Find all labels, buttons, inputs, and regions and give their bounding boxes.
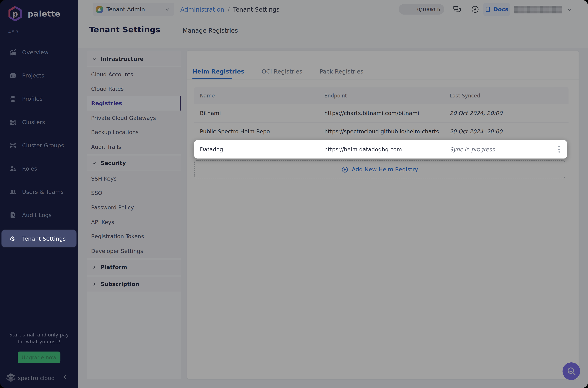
tab-pack-registries[interactable]: Pack Registries: [320, 68, 363, 75]
sidebar-item-profiles[interactable]: Profiles: [0, 91, 78, 107]
nav-item-cloud-accounts[interactable]: Cloud Accounts: [87, 67, 181, 82]
sidebar-item-label: Overview: [22, 49, 49, 56]
nav-item-ssh-keys[interactable]: SSH Keys: [87, 171, 181, 186]
title-divider: [173, 25, 173, 37]
nav-item-label: Audit Trails: [91, 144, 121, 150]
section-security[interactable]: Security: [87, 156, 181, 170]
sidebar-item-label: Audit Logs: [22, 212, 52, 218]
breadcrumb-administration-link[interactable]: Administration: [180, 6, 224, 13]
table-row-public-spectro: Public Spectro Helm Repo https://spectro…: [194, 122, 569, 141]
row-actions-kebab-icon[interactable]: [556, 145, 562, 154]
registry-last-synced: 20 Oct 2024, 20:00: [450, 110, 502, 116]
promo-line-2: for what you use!: [0, 339, 78, 344]
settings-nav-panel: Infrastructure Cloud Accounts Cloud Rate…: [87, 51, 181, 379]
table-header: Name Endpoint Last Synced: [194, 87, 569, 104]
app-version: 4.5.3: [8, 30, 18, 34]
registry-name: Bitnami: [200, 110, 221, 116]
sidebar-collapse-chevron-icon[interactable]: [62, 374, 68, 380]
nav-item-registration-tokens[interactable]: Registration Tokens: [87, 229, 181, 244]
compass-icon[interactable]: [471, 5, 480, 14]
sidebar-item-label: Profiles: [22, 96, 43, 102]
screen: p palette 4.5.3 Overview Projects: [0, 0, 588, 388]
nav-item-label: SSO: [91, 190, 102, 196]
sidebar-item-label: Projects: [22, 73, 44, 79]
footer-brand-secondary: cloud: [40, 375, 55, 381]
nav-item-developer-settings[interactable]: Developer Settings: [87, 244, 181, 258]
users-icon: [9, 188, 17, 195]
nav-item-backup-locations[interactable]: Backup Locations: [87, 125, 181, 140]
registry-tabs: Helm Registries OCI Registries Pack Regi…: [192, 64, 363, 79]
add-new-helm-registry-label: Add New Helm Registry: [352, 166, 418, 173]
upgrade-now-button[interactable]: Upgrade now: [18, 352, 60, 363]
nav-item-registries[interactable]: Registries: [87, 96, 181, 111]
bar-chart-icon: [9, 72, 17, 79]
search-fab-button[interactable]: [562, 363, 580, 380]
section-subscription[interactable]: Subscription: [87, 277, 181, 292]
section-infrastructure[interactable]: Infrastructure: [87, 51, 181, 66]
project-selector-label: Tenant Admin: [106, 6, 145, 13]
section-label: Subscription: [101, 281, 139, 287]
section-platform[interactable]: Platform: [87, 260, 181, 275]
add-new-helm-registry-button[interactable]: Add New Helm Registry: [194, 160, 565, 178]
project-selector[interactable]: Tenant Admin: [93, 3, 174, 16]
doc-search-icon: [9, 212, 17, 219]
layers-icon: [9, 96, 17, 102]
table-row-datadog-highlighted[interactable]: Datadog https://helm.datadoghq.com Sync …: [194, 140, 567, 158]
sidebar-item-label: Clusters: [22, 119, 45, 126]
sidebar-item-projects[interactable]: Projects: [0, 68, 78, 84]
nav-item-cloud-rates[interactable]: Cloud Rates: [87, 82, 181, 96]
user-menu[interactable]: [514, 0, 572, 19]
registry-endpoint: https://spectrocloud.github.io/helm-char…: [324, 128, 439, 134]
docs-button[interactable]: Docs: [484, 3, 510, 16]
nav-item-label: Developer Settings: [91, 248, 143, 254]
sidebar-item-roles[interactable]: Roles: [0, 160, 78, 177]
sidebar-item-clusters[interactable]: Clusters: [0, 114, 78, 130]
chevron-down-icon: [92, 57, 96, 61]
sidebar-item-users-teams[interactable]: Users & Teams: [0, 184, 78, 200]
registry-endpoint: https://charts.bitnami.com/bitnami: [324, 110, 419, 116]
footer-brand-primary: spectro: [18, 375, 38, 381]
nav-item-private-cloud-gateways[interactable]: Private Cloud Gateways: [87, 111, 181, 125]
nav-item-label: SSH Keys: [91, 175, 117, 181]
nav-item-label: Backup Locations: [91, 129, 139, 135]
nav-item-label: Private Cloud Gateways: [91, 115, 156, 121]
table-row-bitnami: Bitnami https://charts.bitnami.com/bitna…: [194, 104, 569, 122]
sidebar-item-label: Tenant Settings: [22, 235, 66, 242]
page-header: Tenant Settings Manage Registries: [78, 19, 588, 48]
analytics-icon: [9, 49, 17, 56]
promo-line-1: Start small and only pay: [0, 332, 78, 338]
palette-hexagon-logo-icon: p: [7, 6, 23, 22]
tab-helm-registries[interactable]: Helm Registries: [192, 68, 244, 75]
tab-oci-registries[interactable]: OCI Registries: [261, 68, 302, 75]
section-label: Security: [101, 160, 126, 166]
sidebar-item-label: Roles: [22, 165, 37, 172]
spectro-cloud-logo-icon: [6, 373, 16, 382]
sidebar-item-overview[interactable]: Overview: [0, 44, 78, 61]
brand-logo: p palette: [7, 6, 60, 22]
page-title: Tenant Settings: [89, 25, 160, 34]
search-icon: [566, 366, 577, 377]
nav-item-label: Cloud Accounts: [91, 71, 133, 77]
chat-icon[interactable]: [453, 5, 462, 14]
nav-item-audit-trails[interactable]: Audit Trails: [87, 140, 181, 154]
tab-divider: [187, 79, 579, 79]
column-header-endpoint: Endpoint: [324, 93, 347, 98]
nav-item-password-policy[interactable]: Password Policy: [87, 200, 181, 215]
app-window: p palette 4.5.3 Overview Projects: [0, 0, 588, 388]
topbar: Tenant Admin Administration / Tenant Set…: [78, 0, 588, 19]
nav-item-api-keys[interactable]: API Keys: [87, 215, 181, 229]
registry-last-synced: 20 Oct 2024, 20:00: [450, 128, 502, 134]
nav-item-sso[interactable]: SSO: [87, 186, 181, 200]
sidebar-item-audit-logs[interactable]: Audit Logs: [0, 207, 78, 223]
usage-value: 0/100kCh: [417, 6, 440, 12]
sidebar-item-tenant-settings[interactable]: ⚙ Tenant Settings: [1, 230, 77, 247]
nav-item-label: Registries: [91, 100, 122, 106]
nav-item-label: Cloud Rates: [91, 86, 124, 92]
svg-text:p: p: [12, 9, 18, 18]
docs-label: Docs: [493, 6, 509, 13]
nav-item-label: API Keys: [91, 219, 114, 225]
page-subtitle: Manage Registries: [183, 27, 238, 34]
registry-endpoint: https://helm.datadoghq.com: [324, 146, 402, 152]
registries-card: Helm Registries OCI Registries Pack Regi…: [187, 51, 579, 379]
sidebar-item-cluster-groups[interactable]: Cluster Groups: [0, 137, 78, 154]
